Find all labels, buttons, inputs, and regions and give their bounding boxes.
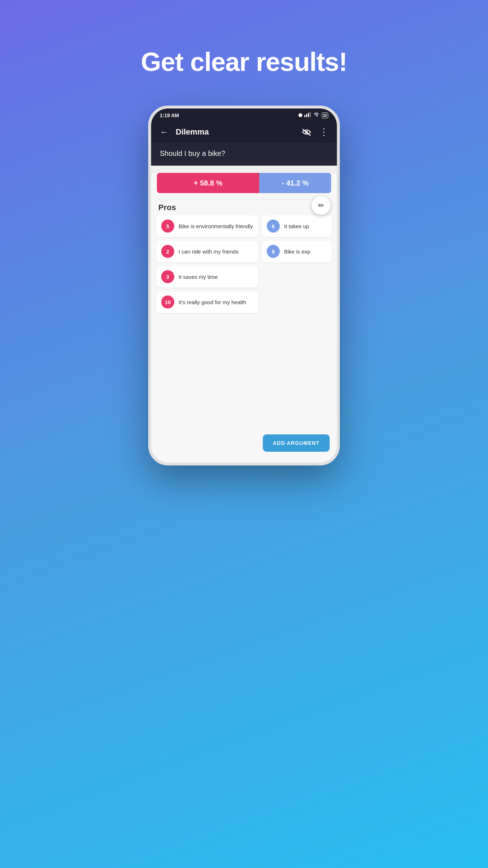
arg-badge-3: 3 xyxy=(161,270,174,283)
page-title: Get clear results! xyxy=(141,47,347,77)
arg-badge-2: 2 xyxy=(161,245,174,258)
arg-badge-6: 6 xyxy=(267,220,280,233)
question-text: Should I buy a bike? xyxy=(160,149,225,157)
bottom-area: ADD ARGUMENT xyxy=(151,318,337,463)
list-item[interactable]: 10 It's really good for my health xyxy=(156,291,258,313)
app-bar: ← Dilemma ⋮ xyxy=(151,121,337,143)
question-bar: Should I buy a bike? xyxy=(151,143,337,166)
arg-text-3: It saves my time xyxy=(179,274,253,280)
more-options-icon[interactable]: ⋮ xyxy=(318,126,330,138)
svg-rect-1 xyxy=(306,114,307,117)
cons-score: - 41.2 % xyxy=(259,173,331,193)
content-area: + 58.8 % - 41.2 % Pros 5 Bike is environ… xyxy=(151,173,337,318)
args-grid: 5 Bike is environmentally friendly 6 It … xyxy=(151,215,337,318)
arg-text-2: I can ride with my friends xyxy=(179,248,253,255)
arg-text-8: Bike is exp xyxy=(284,248,327,255)
arg-text-10: It's really good for my health xyxy=(179,299,253,305)
edit-fab-button[interactable]: ✏ xyxy=(312,196,330,215)
pros-score: + 58.8 % xyxy=(157,173,259,193)
arg-text-6: It takes up xyxy=(284,223,327,229)
wifi-icon xyxy=(313,112,320,118)
edit-icon: ✏ xyxy=(318,201,324,210)
arg-badge-10: 10 xyxy=(161,295,174,309)
add-argument-button[interactable]: ADD ARGUMENT xyxy=(263,434,330,452)
arg-badge-8: 8 xyxy=(267,245,280,258)
status-time: 1:19 AM xyxy=(160,112,179,118)
arg-badge-5: 5 xyxy=(161,220,174,233)
list-item[interactable]: 3 It saves my time xyxy=(156,266,258,288)
score-bar: + 58.8 % - 41.2 % xyxy=(157,173,331,193)
signal-icon xyxy=(304,112,311,118)
list-item[interactable]: 8 Bike is exp xyxy=(262,241,332,262)
app-bar-title: Dilemma xyxy=(176,127,295,137)
status-icons: ⬣ 32 xyxy=(298,112,328,118)
arg-text-5: Bike is environmentally friendly xyxy=(179,223,253,229)
battery-icon: 32 xyxy=(322,112,328,118)
phone-frame: 1:19 AM ⬣ 32 xyxy=(148,106,340,465)
bluetooth-icon: ⬣ xyxy=(298,112,302,118)
status-bar: 1:19 AM ⬣ 32 xyxy=(151,109,337,121)
pros-section-header: Pros xyxy=(151,199,337,215)
list-item[interactable]: 5 Bike is environmentally friendly xyxy=(156,215,258,237)
hide-icon[interactable] xyxy=(301,126,312,138)
svg-rect-0 xyxy=(304,115,305,117)
list-item[interactable]: 2 I can ride with my friends xyxy=(156,241,258,262)
back-button[interactable]: ← xyxy=(158,126,170,138)
svg-rect-2 xyxy=(308,113,309,117)
svg-rect-3 xyxy=(310,112,311,117)
list-item[interactable]: 6 It takes up xyxy=(262,215,332,237)
